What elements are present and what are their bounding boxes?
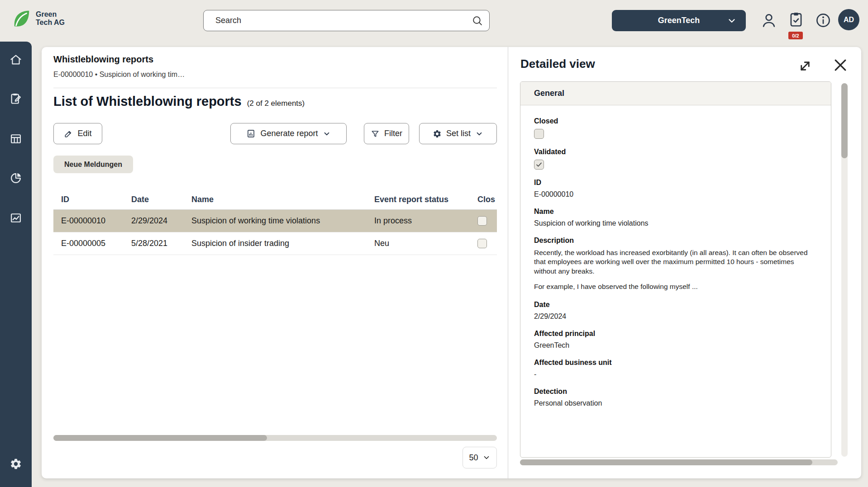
settings-gear-icon — [10, 458, 22, 470]
column-header-date[interactable]: Date — [124, 195, 184, 204]
search-box — [203, 10, 490, 31]
sidebar-item-tables[interactable] — [0, 129, 32, 149]
general-section: General Closed Validated ID E-00000010 — [520, 81, 831, 458]
sidebar — [0, 42, 32, 487]
list-pane: Whistleblowing reports E-00000010 • Susp… — [42, 47, 508, 478]
set-list-button[interactable]: Set list — [419, 123, 497, 144]
table-header-row: ID Date Name Event report status Clos — [53, 190, 497, 210]
cell-name: Suspicion of insider trading — [184, 239, 367, 248]
row-closed-checkbox[interactable] — [477, 239, 487, 248]
org-dropdown-label: GreenTech — [658, 16, 700, 25]
sidebar-item-analytics[interactable] — [0, 168, 32, 188]
field-affected-business-unit: Affected business unit - — [534, 359, 816, 378]
field-description: Description Recently, the workload has i… — [534, 236, 816, 292]
breadcrumb-subtitle: E-00000010 • Suspicion of working tim… — [53, 71, 248, 79]
close-icon[interactable] — [831, 56, 849, 74]
cell-date: 2/29/2024 — [124, 216, 184, 226]
detail-pane: Detailed view General Closed Validated — [508, 47, 861, 478]
column-header-status[interactable]: Event report status — [367, 195, 470, 204]
sidebar-item-reports[interactable] — [0, 208, 32, 228]
chevron-down-icon — [323, 130, 331, 138]
detail-view-title: Detailed view — [520, 57, 595, 71]
tasks-badge: 0/2 — [788, 32, 803, 39]
logo-leaf-icon — [11, 8, 32, 29]
search-icon[interactable] — [472, 15, 483, 26]
logo-text: Green Tech AG — [36, 10, 65, 27]
horizontal-scrollbar[interactable] — [520, 459, 838, 465]
cell-status: Neu — [367, 239, 470, 248]
field-name: Name Suspicion of working time violation… — [534, 208, 816, 227]
sidebar-item-audits[interactable] — [0, 89, 32, 109]
edit-button[interactable]: Edit — [53, 123, 102, 144]
table-row[interactable]: E-00000010 2/29/2024 Suspicion of workin… — [53, 210, 497, 232]
reports-table: ID Date Name Event report status Clos E-… — [53, 190, 497, 255]
audit-clipboard-icon — [10, 92, 22, 105]
field-affected-principal: Affected principal GreenTech — [534, 330, 816, 350]
cell-name: Suspicion of working time violations — [184, 216, 367, 226]
vertical-scrollbar[interactable] — [841, 83, 848, 457]
tasks-clipboard-icon[interactable] — [787, 11, 805, 28]
home-icon — [10, 53, 22, 66]
horizontal-scrollbar[interactable] — [53, 435, 497, 441]
org-dropdown[interactable]: GreenTech — [612, 10, 746, 31]
info-icon[interactable] — [815, 12, 832, 29]
cell-date: 5/28/2021 — [124, 239, 184, 248]
topbar: Green Tech AG GreenTech 0/2 — [0, 0, 868, 42]
scrollbar-thumb[interactable] — [53, 435, 267, 441]
page-title: List of Whistleblowing reports — [53, 94, 242, 109]
expand-icon[interactable] — [797, 58, 813, 74]
scrollbar-thumb[interactable] — [520, 459, 812, 465]
pie-chart-icon — [10, 172, 22, 184]
filter-button[interactable]: Filter — [364, 123, 409, 144]
pencil-icon — [64, 129, 73, 138]
avatar[interactable]: AD — [838, 9, 859, 30]
field-validated: Validated — [534, 148, 816, 170]
sidebar-item-home[interactable] — [0, 50, 32, 70]
page-size-select[interactable]: 50 — [463, 447, 497, 468]
section-header: General — [520, 82, 831, 105]
chevron-down-icon — [727, 16, 737, 26]
field-date: Date 2/29/2024 — [534, 301, 816, 321]
column-header-closed[interactable]: Clos — [470, 195, 497, 204]
field-detection: Detection Personal observation — [534, 388, 816, 407]
view-chip-neue-meldungen[interactable]: Neue Meldungen — [53, 156, 133, 173]
logo[interactable]: Green Tech AG — [11, 8, 65, 29]
column-header-id[interactable]: ID — [53, 195, 124, 204]
table-row[interactable]: E-00000005 5/28/2021 Suspicion of inside… — [53, 232, 497, 255]
divider — [53, 88, 497, 88]
cell-status: In process — [367, 216, 470, 226]
cell-id: E-00000005 — [53, 239, 124, 248]
report-document-icon — [246, 129, 256, 138]
report-image-icon — [10, 212, 22, 224]
table-icon — [10, 132, 22, 145]
user-icon[interactable] — [760, 12, 777, 29]
column-header-name[interactable]: Name — [184, 195, 367, 204]
main-card: Whistleblowing reports E-00000010 • Susp… — [42, 47, 861, 478]
chevron-down-icon — [482, 454, 491, 462]
generate-report-button[interactable]: Generate report — [230, 123, 347, 144]
breadcrumb-title: Whistleblowing reports — [53, 54, 153, 65]
detail-fields: Closed Validated ID E-00000010 Name Susp… — [520, 105, 831, 407]
validated-checkbox-checked[interactable] — [534, 160, 544, 170]
row-closed-checkbox[interactable] — [477, 216, 487, 226]
funnel-icon — [371, 129, 380, 138]
element-count: (2 of 2 elements) — [247, 99, 305, 108]
gear-icon — [433, 129, 442, 138]
sidebar-item-settings[interactable] — [0, 454, 32, 474]
cell-id: E-00000010 — [53, 216, 124, 226]
chevron-down-icon — [475, 130, 483, 138]
list-heading: List of Whistleblowing reports (2 of 2 e… — [53, 94, 305, 109]
search-input[interactable] — [204, 10, 472, 31]
field-closed: Closed — [534, 117, 816, 139]
closed-checkbox[interactable] — [534, 129, 544, 139]
scrollbar-thumb[interactable] — [841, 83, 848, 158]
field-id: ID E-00000010 — [534, 179, 816, 199]
